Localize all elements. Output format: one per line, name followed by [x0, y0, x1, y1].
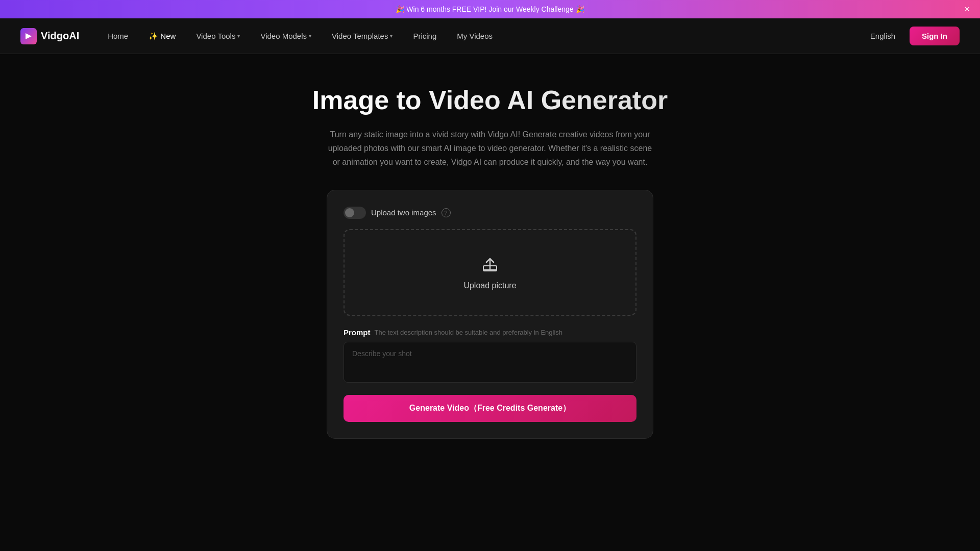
nav-video-tools-label: Video Tools [196, 32, 235, 40]
upload-area[interactable]: Upload picture [344, 229, 636, 316]
top-banner: 🎉 Win 6 months FREE VIP! Join our Weekly… [0, 0, 980, 18]
nav-item-pricing[interactable]: Pricing [405, 28, 445, 44]
upload-two-images-toggle[interactable] [344, 207, 366, 219]
nav-video-templates-label: Video Templates [332, 32, 388, 40]
language-selector[interactable]: English [864, 28, 901, 44]
logo[interactable]: VidgoAI [20, 28, 79, 44]
nav-my-videos-label: My Videos [457, 32, 493, 40]
prompt-label-row: Prompt The text description should be su… [344, 328, 636, 337]
nav-video-models-label: Video Models [260, 32, 307, 40]
nav-item-my-videos[interactable]: My Videos [449, 28, 501, 44]
info-icon[interactable]: ? [442, 208, 451, 217]
nav-item-home[interactable]: Home [100, 28, 136, 44]
nav-items: Home ✨ New Video Tools ▾ Video Models ▾ … [100, 28, 864, 45]
generator-card: Upload two images ? Upload picture Promp… [327, 190, 653, 439]
generate-video-button[interactable]: Generate Video（Free Credits Generate） [344, 395, 636, 422]
nav-right: English Sign In [864, 27, 960, 45]
nav-new-label: ✨ New [149, 32, 176, 41]
page-description: Turn any static image into a vivid story… [327, 128, 653, 169]
chevron-down-icon: ▾ [237, 33, 240, 39]
logo-icon [20, 28, 37, 44]
nav-item-video-tools[interactable]: Video Tools ▾ [188, 28, 248, 44]
upload-text: Upload picture [463, 281, 516, 290]
language-label: English [870, 32, 895, 40]
prompt-textarea[interactable] [344, 342, 636, 383]
upload-icon [480, 255, 500, 275]
nav-item-video-models[interactable]: Video Models ▾ [252, 28, 320, 44]
toggle-row: Upload two images ? [344, 207, 636, 219]
nav-item-video-templates[interactable]: Video Templates ▾ [324, 28, 401, 44]
prompt-hint: The text description should be suitable … [375, 329, 563, 336]
toggle-label: Upload two images [371, 208, 436, 217]
chevron-down-icon: ▾ [390, 33, 393, 39]
nav-pricing-label: Pricing [413, 32, 436, 40]
banner-text: 🎉 Win 6 months FREE VIP! Join our Weekly… [396, 5, 584, 13]
sign-in-button[interactable]: Sign In [910, 27, 960, 45]
nav-home-label: Home [108, 32, 128, 40]
banner-close-button[interactable]: × [964, 5, 970, 14]
main-content: Image to Video AI Generator Turn any sta… [0, 54, 980, 459]
prompt-label: Prompt [344, 328, 371, 337]
toggle-knob [345, 208, 354, 217]
navbar: VidgoAI Home ✨ New Video Tools ▾ Video M… [0, 18, 980, 54]
page-title: Image to Video AI Generator [312, 85, 668, 115]
chevron-down-icon: ▾ [309, 33, 311, 39]
nav-item-new[interactable]: ✨ New [140, 28, 184, 45]
logo-text: VidgoAI [41, 30, 79, 42]
